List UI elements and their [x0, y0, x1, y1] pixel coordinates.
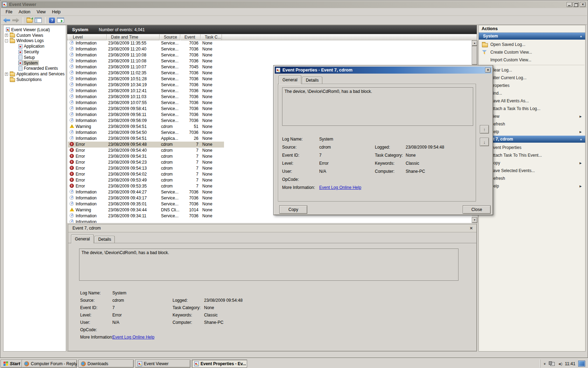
taskbar-button-computer-forum-reply[interactable]: Computer Forum - Reply ... [22, 360, 77, 368]
collapse-section-icon[interactable]: ▲ [580, 138, 582, 141]
field-label2: Computer: [173, 320, 192, 325]
close-dialog-button[interactable] [485, 68, 491, 73]
event-log-online-help-link[interactable]: Event Log Online Help [319, 185, 361, 190]
scroll-down-icon[interactable]: ▼ [472, 217, 477, 223]
action-save-all-events-as[interactable]: Save All Events As... [479, 97, 585, 105]
field-label2: Task Category: [375, 153, 403, 158]
column-header-task-c[interactable]: Task C... [201, 34, 222, 40]
action-label: Save All Events As... [490, 98, 529, 103]
action-attach-task-to-this-event[interactable]: Attach Task To This Event... [479, 151, 585, 159]
column-header-date-and-time[interactable]: Date and Time [107, 34, 160, 40]
tree-item-setup[interactable]: Setup [4, 55, 66, 60]
console-tree-icon[interactable] [35, 18, 42, 23]
menu-action[interactable]: Action [15, 9, 33, 15]
field-label1: Level: [282, 161, 293, 166]
event-log-online-help-link[interactable]: Event Log Online Help [112, 335, 154, 340]
tree-item-forwarded-events[interactable]: Forwarded Events [4, 66, 66, 71]
collapse-section-icon[interactable]: ▲ [580, 35, 582, 38]
taskbar-button-event-properties-ev[interactable]: Event Properties - Ev... [192, 360, 247, 368]
table-row[interactable]: Information23/08/2009 11:20:40Service...… [67, 46, 472, 52]
taskbar-button-event-viewer[interactable]: Event Viewer [135, 360, 190, 368]
close-window-button[interactable] [580, 2, 586, 7]
collapse-icon[interactable]: - [5, 39, 8, 42]
error-icon [70, 160, 74, 164]
column-header-event-id[interactable]: Event ID [180, 34, 201, 40]
window-title: Event Viewer [9, 2, 567, 7]
cell-task: None [202, 160, 212, 165]
dialog-tab-details[interactable]: Details [302, 77, 323, 84]
tree-item-security[interactable]: Security [4, 49, 66, 55]
menu-file[interactable]: File [2, 9, 15, 15]
action-refresh[interactable]: Refresh [479, 175, 585, 182]
close-button[interactable]: Close [463, 205, 491, 214]
toolbar: ? [1, 16, 587, 25]
info-icon [70, 41, 74, 45]
network-icon[interactable] [549, 361, 555, 366]
tree-item-applications-and-services-logs[interactable]: +Applications and Services Logs [4, 71, 66, 77]
column-header-level[interactable]: Level [69, 34, 107, 40]
action-create-custom-view[interactable]: Create Custom View... [479, 48, 585, 56]
action-refresh[interactable]: Refresh [479, 120, 585, 128]
previous-event-button[interactable]: ↑ [480, 125, 489, 134]
expand-icon[interactable]: + [5, 34, 8, 37]
maximize-button[interactable] [573, 2, 579, 7]
back-icon[interactable] [3, 18, 10, 23]
copy-button[interactable]: Copy [279, 205, 307, 214]
table-row[interactable]: Information23/08/2009 11:10:08Service...… [67, 58, 472, 64]
menu-help[interactable]: Help [49, 9, 64, 15]
column-header-source[interactable]: Source [160, 34, 180, 40]
table-row[interactable]: Information23/08/2009 11:10:08Service...… [67, 52, 472, 58]
tree-item-application[interactable]: Application [4, 43, 66, 49]
show-desktop-icon[interactable] [578, 361, 585, 367]
action-properties[interactable]: Properties [479, 82, 585, 89]
action-save-selected-events[interactable]: Save Selected Events... [479, 167, 585, 175]
menu-view[interactable]: View [34, 9, 49, 15]
next-event-button[interactable]: ↓ [480, 138, 489, 146]
minimize-button[interactable] [567, 2, 572, 7]
close-preview-icon[interactable]: ✕ [470, 226, 473, 231]
action-clear-log[interactable]: Clear Log... [479, 66, 585, 74]
scroll-up-icon[interactable]: ▲ [472, 40, 477, 46]
action-filter-current-log[interactable]: Filter Current Log... [479, 74, 585, 82]
tree-item-system[interactable]: System [4, 60, 66, 66]
preview-tab-general[interactable]: General [71, 234, 94, 243]
help-icon[interactable]: ? [49, 18, 55, 23]
actions-section-system[interactable]: System▲ [479, 33, 585, 40]
tree-item-label: Event Viewer (Local) [11, 27, 50, 32]
column-header-row: LevelDate and TimeSourceEvent IDTask C..… [67, 34, 477, 40]
tree-item-windows-logs[interactable]: -Windows Logs [4, 38, 66, 44]
action-help[interactable]: Help▶ [479, 182, 585, 190]
taskbar-button-downloads[interactable]: Downloads [78, 360, 134, 368]
cell-source: Service... [161, 130, 178, 135]
action-view[interactable]: View▶ [479, 113, 585, 120]
action-attach-a-task-to-this-log[interactable]: Attach a Task To this Log... [479, 105, 585, 113]
action-event-properties[interactable]: Event Properties [479, 144, 585, 151]
forward-icon[interactable] [12, 18, 19, 23]
table-row[interactable]: Information [67, 219, 472, 223]
action-help[interactable]: Help▶ [479, 128, 585, 136]
cell-level: Information [76, 88, 97, 93]
action-find[interactable]: Find... [479, 89, 585, 97]
action-copy[interactable]: Copy▶ [479, 159, 585, 167]
scrollbar-thumb[interactable] [472, 46, 477, 65]
tree-item-event-viewer-local[interactable]: Event Viewer (Local) [4, 27, 66, 33]
action-import-custom-view[interactable]: Import Custom View... [479, 56, 585, 64]
expand-icon[interactable]: + [5, 73, 8, 76]
tree-item-subscriptions[interactable]: Subscriptions [4, 77, 66, 82]
actions-section-event-7-cdrom[interactable]: Event 7, cdrom▲ [479, 136, 585, 143]
tree-node: Forwarded Events [18, 66, 59, 71]
export-icon[interactable] [27, 19, 33, 23]
cell-date: 23/08/2009 09:53:35 [108, 184, 147, 189]
info-icon [70, 64, 74, 69]
tree-item-custom-views[interactable]: +Custom Views [4, 33, 66, 38]
volume-icon[interactable]: ◄) [558, 362, 562, 366]
preview-tab-details[interactable]: Details [94, 236, 115, 243]
field-value1: N/A [112, 320, 119, 325]
table-row[interactable]: Information23/08/2009 11:35:55Service...… [67, 40, 472, 46]
start-button[interactable]: Start [1, 360, 24, 368]
action-pane-icon[interactable] [57, 18, 64, 23]
cell-task: None [202, 172, 212, 177]
action-open-saved-log[interactable]: Open Saved Log... [479, 41, 585, 48]
chevron-up-icon[interactable]: » [543, 362, 547, 364]
dialog-tab-general[interactable]: General [279, 75, 301, 84]
